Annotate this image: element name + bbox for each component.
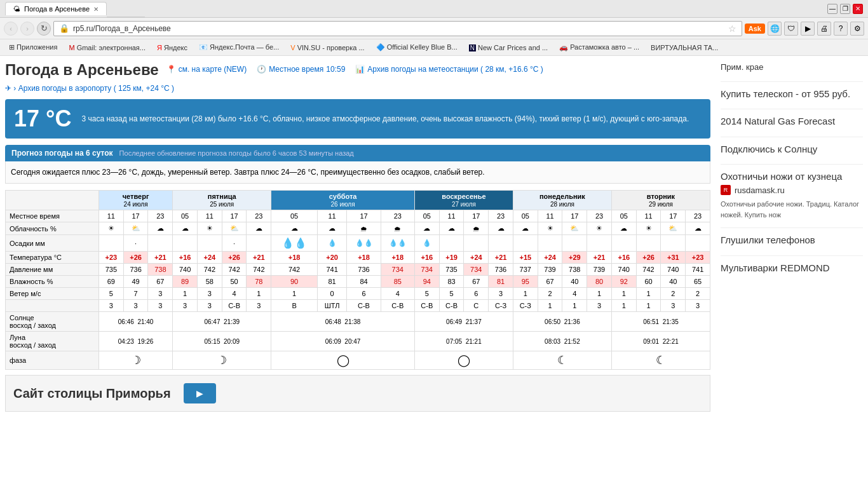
bookmark-yandex-mail[interactable]: 📧 Яндекс.Почта — бе... xyxy=(194,42,284,53)
address-box[interactable]: 🔒 rp5.ru/Погода_в_Арсеньеве ☆ xyxy=(53,21,742,36)
browser-tab[interactable]: 🌤 Погода в Арсеньеве ✕ xyxy=(5,2,107,15)
sidebar-ad-7[interactable]: Мультиварки REDMOND xyxy=(721,261,863,276)
kelley-icon: 🔷 xyxy=(376,43,385,51)
bookmark-apps[interactable]: ⊞ Приложения xyxy=(4,42,62,53)
forecast-title: Прогноз погоды на 6 суток xyxy=(11,149,113,158)
refresh-button[interactable]: ↻ xyxy=(37,22,51,36)
time-row: Местное время 111723 05111723 05111723 0… xyxy=(6,210,710,222)
bookmark-gmail[interactable]: M Gmail: электронная... xyxy=(64,43,151,53)
gmail-icon: M xyxy=(69,44,74,51)
url-text: rp5.ru/Погода_в_Арсеньеве xyxy=(73,24,724,33)
back-button[interactable]: ‹ xyxy=(4,22,18,36)
shield-icon[interactable]: 🛡 xyxy=(784,22,798,36)
title-bar: 🌤 Погода в Арсеньеве ✕ — ❐ ✕ xyxy=(0,0,868,18)
table-corner xyxy=(6,191,99,210)
customs-icon: 🚗 xyxy=(559,43,568,51)
sidebar-ad1-text: Прим. крае xyxy=(721,62,763,72)
bookmark-vin[interactable]: V VIN.SU - проверка ... xyxy=(285,43,369,53)
ymail-icon: 📧 xyxy=(199,43,208,51)
bookmark-newcar[interactable]: N New Car Prices and ... xyxy=(464,43,553,53)
sidebar-ad-4[interactable]: Подключись к Солнцу xyxy=(721,142,863,157)
saturday-header: суббота26 июля xyxy=(271,191,415,210)
sidebar-ad7-title: Мультиварки REDMOND xyxy=(721,262,830,273)
temp-row: Температура °С +23+26+21 +16+24+26+21 +1… xyxy=(6,252,710,264)
bookmark-kelley[interactable]: 🔷 Official Kelley Blue B... xyxy=(371,42,463,53)
brand-desc: Охотничьи рабочие ножи. Традиц. Каталог … xyxy=(721,199,863,220)
tab-close-button[interactable]: ✕ xyxy=(93,6,98,13)
monday-header: понедельник28 июля xyxy=(513,191,611,210)
bookmark-star-icon[interactable]: ☆ xyxy=(728,24,736,34)
settings-icon[interactable]: ⚙ xyxy=(850,22,864,36)
sidebar-divider-4 xyxy=(721,164,863,165)
help-icon[interactable]: ? xyxy=(834,22,848,36)
apps-icon: ⊞ xyxy=(9,43,15,51)
print-icon[interactable]: 🖨 xyxy=(817,22,831,36)
window-maximize-button[interactable]: ❐ xyxy=(840,4,850,14)
page-title: Погода в Арсеньеве xyxy=(5,61,159,79)
sidebar-ad3-title: 2014 Natural Gas Forecast xyxy=(721,116,835,126)
play-icon[interactable]: ▶ xyxy=(801,22,815,36)
window-minimize-button[interactable]: — xyxy=(827,4,837,14)
vin-icon: V xyxy=(290,44,295,51)
precip-row: Осадки мм · · 💧💧💧💧💧💧💧 💧 xyxy=(6,235,710,252)
forecast-text: Сегодня ожидается плюс 23—26 °С, дождь, … xyxy=(5,161,710,184)
sidebar-divider-2 xyxy=(721,109,863,109)
map-link[interactable]: 📍 см. на карте (NEW) xyxy=(166,65,247,74)
weather-summary-box: 17 °С 3 часа назад на метеостанции (28 к… xyxy=(5,99,710,139)
forecast-update: Последнее обновление прогноза погоды был… xyxy=(119,149,354,157)
sidebar-divider-1 xyxy=(721,81,863,82)
bottom-ad-button[interactable]: ▶ xyxy=(184,383,216,403)
sidebar-ad4-title: Подключись к Солнцу xyxy=(721,144,817,154)
ssl-icon: 🔒 xyxy=(59,24,69,33)
toolbar-icons: 🌐 🛡 ▶ 🖨 ? xyxy=(768,22,848,36)
friday-header: пятница25 июля xyxy=(173,191,271,210)
bottom-ad: Сайт столицы Приморья ▶ xyxy=(5,375,710,412)
sidebar-ad2-title: Купить телескоп - от 955 руб. xyxy=(721,88,850,99)
sidebar: Прим. крае Купить телескоп - от 955 руб.… xyxy=(715,56,868,417)
sidebar-ad5-title: Охотничьи ножи от кузнеца xyxy=(721,171,842,182)
moon-phase-row: фаза ☽ ☽ ◯ ◯ ☾ ☾ xyxy=(6,351,710,370)
main-container: Погода в Арсеньеве 📍 см. на карте (NEW) … xyxy=(0,56,868,417)
archive-link[interactable]: 📊 Архив погоды на метеостанции ( 28 км, … xyxy=(355,65,543,74)
content-area: Погода в Арсеньеве 📍 см. на карте (NEW) … xyxy=(0,56,715,417)
tab-title: Погода в Арсеньеве xyxy=(24,5,90,13)
weather-table-wrap: четверг24 июля пятница25 июля суббота26 … xyxy=(5,190,710,370)
forward-button[interactable]: › xyxy=(20,22,34,36)
globe-icon[interactable]: 🌐 xyxy=(768,22,782,36)
thursday-header: четверг24 июля xyxy=(98,191,172,210)
map-pin-icon: 📍 xyxy=(166,65,176,74)
window-controls: — ❐ ✕ xyxy=(827,4,863,14)
sun-row: Солнцевосход / заход 06:46 21:40 06:47 2… xyxy=(6,312,710,332)
sidebar-ad-2[interactable]: Купить телескоп - от 955 руб. xyxy=(721,87,863,102)
plane-icon: ✈ xyxy=(5,84,11,93)
clock-icon: 🕐 xyxy=(257,65,266,74)
bookmark-yandex[interactable]: Я Яндекс xyxy=(152,43,193,53)
sidebar-ad-1: Прим. крае xyxy=(721,61,863,74)
airport-archive-link[interactable]: ✈ › Архив погоды в аэропорту ( 125 км, +… xyxy=(5,84,710,93)
brand-name: rusdamask.ru xyxy=(735,184,785,197)
address-bar-row: ‹ › ↻ 🔒 rp5.ru/Погода_в_Арсеньеве ☆ Ask … xyxy=(0,18,868,39)
local-time[interactable]: 🕐 Местное время 10:59 xyxy=(257,65,345,74)
pressure-row: Давление мм 735736738 740742742742 74274… xyxy=(6,264,710,276)
bookmark-virtual[interactable]: ВИРТУАЛЬНАЯ ТА... xyxy=(646,43,723,53)
sidebar-ad-3[interactable]: 2014 Natural Gas Forecast xyxy=(721,114,863,129)
window-close-button[interactable]: ✕ xyxy=(853,4,863,14)
yandex-icon: Я xyxy=(157,44,162,51)
sidebar-divider-3 xyxy=(721,137,863,137)
sidebar-ad-6[interactable]: Глушилки телефонов xyxy=(721,233,863,248)
cloud-row: Облачность % ☀⛅☁ ☁☀⛅☁ ☁☁🌧🌧 ☁☁🌧☁ ☁☀⛅☀ ☁☀⛅… xyxy=(6,222,710,235)
sidebar-divider-5 xyxy=(721,227,863,228)
brand-logo: R xyxy=(721,185,731,195)
sidebar-ad6-title: Глушилки телефонов xyxy=(721,234,815,245)
current-temperature: 17 °С xyxy=(14,105,71,132)
page-meta: 📍 см. на карте (NEW) 🕐 Местное время 10:… xyxy=(166,65,543,74)
sidebar-ad-5[interactable]: Охотничьи ножи от кузнеца R rusdamask.ru… xyxy=(721,170,863,220)
newcar-icon: N xyxy=(469,44,476,51)
bookmarks-bar: ⊞ Приложения M Gmail: электронная... Я Я… xyxy=(0,39,868,56)
wind-speed-row: Ветер м/с 573 1341 1064 5563 1241 1122 xyxy=(6,288,710,300)
bookmark-customs[interactable]: 🚗 Растаможка авто – ... xyxy=(554,42,644,53)
bottom-ad-text: Сайт столицы Приморья xyxy=(13,386,171,401)
local-time-label: Местное время xyxy=(6,210,99,222)
ask-button[interactable]: Ask xyxy=(745,24,765,34)
weather-description: 3 часа назад на метеостанции (28 км) был… xyxy=(81,113,702,125)
